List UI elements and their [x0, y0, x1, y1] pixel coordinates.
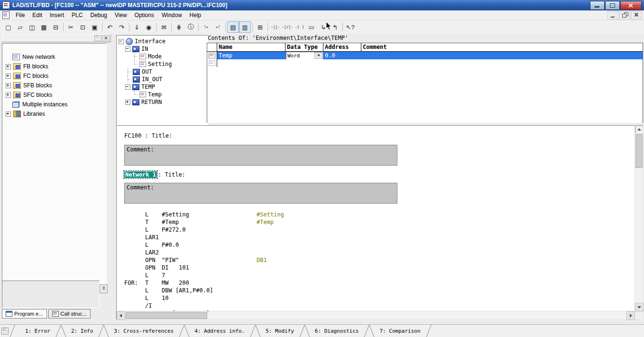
data-type-combobox[interactable]: Word — [286, 52, 323, 59]
previous-error-icon[interactable]: !« — [200, 21, 212, 33]
collapse-icon[interactable] — [125, 47, 130, 52]
tab-call-structure[interactable]: Call struc... — [48, 309, 91, 318]
tree-node-temp-var[interactable]: Temp — [119, 91, 208, 98]
horizontal-scrollbar[interactable] — [117, 311, 635, 319]
menu-options[interactable]: Options — [131, 10, 158, 20]
detail-view-toggle-icon[interactable]: ▥ — [239, 21, 251, 33]
stl-line[interactable]: /I — [124, 302, 635, 310]
table-row[interactable]: Temp Word 0.0 — [207, 52, 643, 59]
column-header-address[interactable]: Address — [323, 43, 361, 51]
block-comment-box[interactable]: Comment: — [124, 145, 397, 166]
menu-window[interactable]: Window — [158, 10, 186, 20]
expand-icon[interactable] — [6, 64, 11, 69]
status-tab-diagnostics[interactable]: 6: Diagnostics — [308, 328, 366, 334]
tree-node-return[interactable]: RETURN — [119, 98, 208, 106]
menu-insert[interactable]: Insert — [46, 10, 68, 20]
menu-help[interactable]: Help — [186, 10, 205, 20]
stl-line[interactable]: FOR:TMW 200 — [124, 280, 635, 287]
mdi-minimize-button[interactable] — [607, 11, 618, 19]
close-button[interactable] — [620, 1, 642, 10]
stl-line[interactable]: T#Temp#Temp — [124, 219, 635, 226]
menu-plc[interactable]: PLC — [68, 10, 86, 20]
expand-icon[interactable] — [6, 112, 11, 117]
menu-view[interactable]: View — [111, 10, 131, 20]
collapse-icon[interactable] — [119, 39, 124, 44]
mdi-restore-button[interactable] — [619, 11, 630, 19]
network-badge[interactable]: Network 1 — [124, 171, 157, 178]
contact-nc-icon[interactable]: -|/|- — [281, 21, 294, 33]
tree-item-sfc-blocks[interactable]: SFC blocks — [2, 90, 106, 100]
tree-node-temp[interactable]: TEMP — [119, 83, 208, 91]
overview-toggle-icon[interactable]: ▤ — [227, 21, 239, 33]
splitter-collapse-button[interactable] — [100, 284, 108, 293]
minimize-button[interactable] — [590, 1, 605, 10]
download-icon[interactable]: ⇓ — [131, 21, 143, 33]
symbol-information-icon[interactable]: ⓘ — [185, 21, 197, 33]
undo-icon[interactable]: ↶ — [104, 21, 116, 33]
vertical-scroll-thumb[interactable] — [635, 134, 643, 168]
stl-line[interactable]: OPNDI 101 — [124, 264, 635, 272]
status-tab-modify[interactable]: 5: Modify — [258, 328, 301, 334]
tree-node-mode[interactable]: Mode — [119, 53, 208, 60]
stl-line[interactable]: LAR1 — [124, 234, 635, 242]
menu-file[interactable]: File — [12, 10, 28, 20]
tree-item-fc-blocks[interactable]: FC blocks — [2, 71, 106, 81]
stl-line[interactable]: LP#0.0 — [124, 242, 635, 249]
tree-node-in-out[interactable]: IN_OUT — [119, 75, 208, 83]
status-tab-address-info[interactable]: 4: Address info. — [187, 328, 252, 334]
redo-icon[interactable]: ↷ — [116, 21, 128, 33]
tree-node-interface[interactable]: Interface — [119, 37, 208, 45]
cell-name[interactable]: Temp — [217, 52, 285, 59]
horizontal-scroll-thumb[interactable] — [126, 312, 207, 319]
new-network-icon[interactable]: ⊞ — [254, 21, 266, 33]
maximize-button[interactable] — [605, 1, 620, 10]
pane-close-icon[interactable] — [102, 35, 110, 41]
tree-node-out[interactable]: OUT — [119, 68, 208, 75]
status-tab-info[interactable]: 2: Info — [64, 328, 100, 334]
table-row-empty[interactable] — [207, 59, 643, 67]
expand-icon[interactable] — [6, 93, 11, 98]
stl-line[interactable]: L#Setting#Setting — [124, 211, 635, 219]
save-as-icon[interactable]: ◫ — [26, 21, 38, 33]
cut-icon[interactable]: ✂ — [65, 21, 77, 33]
scroll-up-icon[interactable] — [635, 125, 636, 133]
mdi-close-button[interactable] — [631, 11, 642, 19]
insert-network-icon[interactable]: ✉ — [158, 21, 170, 33]
tree-item-multiple-instances[interactable]: Multiple instances — [2, 100, 106, 109]
menu-edit[interactable]: Edit — [28, 10, 46, 20]
cell-comment[interactable] — [361, 52, 643, 59]
tree-item-libraries[interactable]: Libraries — [2, 109, 106, 119]
context-help-icon[interactable]: ↖? — [344, 21, 356, 33]
scroll-right-icon[interactable] — [626, 311, 635, 320]
collapse-icon[interactable] — [125, 84, 130, 90]
vertical-scrollbar[interactable] — [635, 126, 643, 311]
chevron-down-icon[interactable] — [314, 52, 322, 59]
menu-debug[interactable]: Debug — [86, 10, 110, 20]
paste-icon[interactable]: ▣ — [89, 21, 101, 33]
tree-item-fb-blocks[interactable]: FB blocks — [2, 62, 106, 71]
status-tab-cross-references[interactable]: 3: Cross-references — [107, 328, 181, 334]
tree-node-in[interactable]: IN — [119, 45, 208, 53]
expand-icon[interactable] — [6, 74, 11, 79]
stl-line[interactable]: LDBW [AR1,P#0.0] — [124, 287, 635, 295]
cell-address[interactable]: 0.0 — [323, 52, 361, 59]
coil-icon[interactable]: -( ) — [294, 21, 305, 33]
save-icon[interactable]: ▦ — [38, 21, 50, 33]
column-header-name[interactable]: Name — [217, 43, 285, 51]
stl-line[interactable]: OPN"PIW"DB1 — [124, 257, 635, 264]
tab-program-elements[interactable]: Program e... — [2, 309, 47, 318]
tree-node-setting[interactable]: Setting — [119, 60, 208, 68]
new-document-icon[interactable]: ▢ — [2, 21, 14, 33]
tree-item-new-network[interactable]: New network — [2, 52, 106, 62]
contact-no-icon[interactable]: -||- — [269, 21, 281, 33]
output-dock-icon[interactable] — [1, 328, 9, 335]
open-folder-icon[interactable]: ▱ — [14, 21, 26, 33]
stl-line[interactable]: LAR2 — [124, 249, 635, 257]
expand-icon[interactable] — [125, 100, 130, 105]
next-error-icon[interactable]: »! — [212, 21, 224, 33]
stl-line[interactable]: LP#272.0 — [124, 226, 635, 234]
network-comment-box[interactable]: Comment: — [124, 183, 397, 204]
copy-icon[interactable]: ⊡ — [77, 21, 89, 33]
stl-line[interactable]: L7 — [124, 272, 635, 280]
column-header-data-type[interactable]: Data Type — [285, 43, 323, 51]
